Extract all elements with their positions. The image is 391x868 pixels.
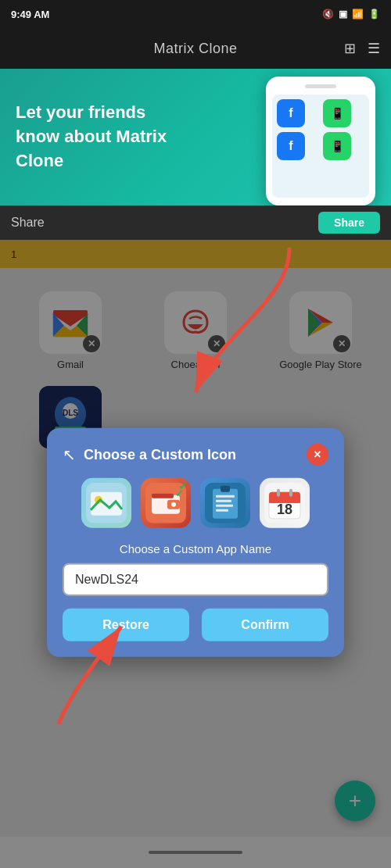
main-content: 1 ✕ Gmail	[0, 240, 391, 868]
phone-app-whatsapp2: 📱	[323, 132, 351, 160]
svg-rect-24	[216, 500, 231, 502]
phone-screen: f 📱 f 📱	[272, 95, 369, 198]
svg-rect-27	[221, 486, 230, 492]
app-name-label: Choose a Custom App Name	[63, 542, 328, 555]
svg-rect-33	[277, 489, 280, 497]
svg-rect-26	[216, 509, 228, 512]
svg-rect-25	[216, 505, 233, 507]
dialog-header: ↖ Choose a Custom Icon ×	[63, 444, 328, 466]
svg-text:✓: ✓	[175, 488, 183, 499]
icon-choice-wallet[interactable]: ✓	[141, 478, 191, 528]
status-time: 9:49 AM	[11, 9, 49, 20]
share-label: Share	[11, 216, 45, 230]
svg-rect-22	[213, 489, 238, 519]
cursor-icon: ↖	[63, 445, 76, 464]
dialog-title: Choose a Custom Icon	[84, 446, 236, 463]
phone-app-facebook: f	[277, 99, 305, 127]
phone-app-facebook2: f	[277, 132, 305, 160]
menu-icon[interactable]: ☰	[368, 40, 381, 57]
restore-button[interactable]: Restore	[63, 609, 189, 641]
svg-point-18	[171, 502, 176, 507]
icon-choice-calendar[interactable]: 18	[260, 478, 310, 528]
status-bar: 9:49 AM 🔇 ▣ 📶 🔋	[0, 0, 391, 28]
share-bar: Share Share	[0, 205, 391, 240]
dialog-buttons: Restore Confirm	[63, 609, 328, 641]
dialog-title-row: ↖ Choose a Custom Icon	[63, 445, 236, 464]
grid-icon[interactable]: ⊞	[344, 40, 357, 57]
app-title: Matrix Clone	[153, 41, 237, 57]
banner-phone: f 📱 f 📱	[266, 77, 375, 205]
battery-icon: 🔋	[368, 9, 380, 20]
status-icons: 🔇 ▣ 📶 🔋	[322, 9, 380, 20]
svg-rect-19	[152, 494, 174, 498]
confirm-button[interactable]: Confirm	[202, 609, 328, 641]
sim-icon: ▣	[339, 9, 347, 20]
phone-notch	[305, 84, 336, 88]
wifi-icon: 📶	[352, 9, 364, 20]
banner: Let your friends know about Matrix Clone…	[0, 69, 391, 205]
top-bar: Matrix Clone ⊞ ☰	[0, 28, 391, 69]
volume-icon: 🔇	[322, 9, 334, 20]
icon-choice-notepad[interactable]	[200, 478, 250, 528]
svg-rect-34	[289, 489, 292, 497]
svg-text:18: 18	[277, 502, 292, 517]
svg-rect-23	[216, 495, 235, 498]
icon-choice-gallery[interactable]	[81, 478, 131, 528]
banner-text: Let your friends know about Matrix Clone	[16, 101, 172, 173]
custom-icon-dialog: ↖ Choose a Custom Icon ×	[47, 428, 344, 657]
phone-app-whatsapp: 📱	[323, 99, 351, 127]
app-name-input[interactable]	[63, 563, 328, 596]
dialog-close-button[interactable]: ×	[307, 444, 328, 466]
icon-choices: ✓ 1	[63, 478, 328, 528]
share-button[interactable]: Share	[318, 212, 380, 234]
top-bar-icons: ⊞ ☰	[344, 40, 380, 57]
